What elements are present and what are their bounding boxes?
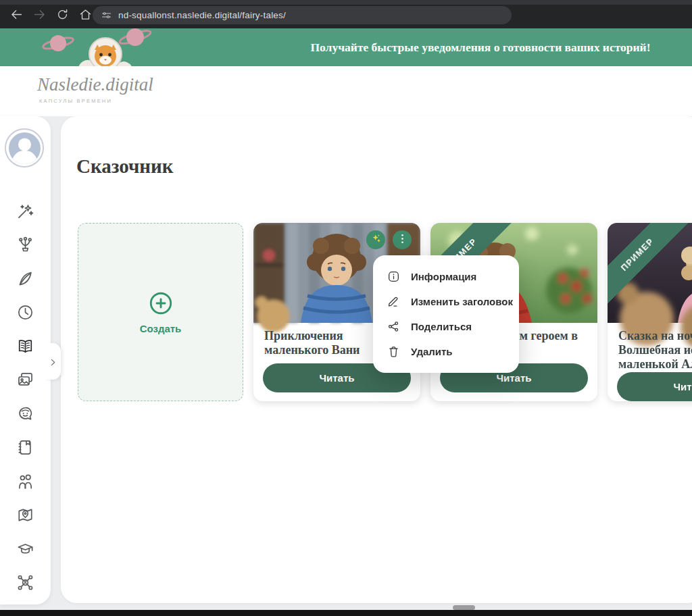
menu-item-delete[interactable]: Удалить	[373, 339, 519, 364]
avatar-image	[9, 132, 41, 164]
url-text: nd-squallonst.nasledie.digital/fairy-tal…	[118, 10, 286, 20]
story-card: ПРИМЕР Сказка на ночь. Волшебная история…	[608, 223, 692, 401]
edit-icon	[387, 294, 401, 309]
menu-item-share[interactable]: Поделиться	[373, 314, 519, 339]
create-story-card[interactable]: Создать	[78, 223, 243, 401]
chevron-right-icon	[49, 357, 57, 366]
menu-item-label: Информация	[411, 271, 476, 282]
plus-circle-icon	[148, 290, 174, 316]
dots-vertical-icon	[396, 232, 409, 248]
story-cover-girl-teddy	[608, 223, 692, 323]
card-actions	[366, 230, 412, 249]
sidebar-item-notebook[interactable]	[16, 438, 34, 457]
sidebar-item-family-tree[interactable]	[16, 236, 34, 254]
site-tagline: КАПСУЛЫ ВРЕМЕНИ	[39, 98, 112, 104]
browser-chrome: nd-squallonst.nasledie.digital/fairy-tal…	[0, 0, 692, 28]
create-label: Создать	[140, 323, 182, 334]
site-settings-icon[interactable]	[101, 9, 112, 21]
sidebar-item-feather[interactable]	[16, 270, 34, 288]
workspace: Сказочник Создать	[0, 116, 692, 610]
banner-message: Получайте быстрые уведомления о готовнос…	[277, 28, 684, 66]
sidebar-item-family[interactable]	[16, 472, 34, 490]
menu-item-info[interactable]: Информация	[373, 264, 519, 289]
sparkles-button[interactable]	[366, 230, 385, 249]
reload-icon[interactable]	[55, 7, 70, 22]
sidebar-item-open-book[interactable]	[16, 337, 34, 355]
sidebar	[0, 116, 51, 605]
dock-strip	[0, 610, 692, 616]
site-logo[interactable]: Nasledie.digital	[37, 74, 153, 95]
sidebar-item-clock[interactable]	[16, 303, 34, 322]
avatar[interactable]	[5, 128, 44, 168]
card-menu-button[interactable]	[393, 230, 412, 249]
read-button[interactable]: Читать	[617, 372, 692, 401]
card-context-menu: Информация Изменить заголовок Поделиться…	[373, 255, 519, 373]
back-icon[interactable]	[9, 7, 24, 22]
sidebar-item-graduation-cap[interactable]	[16, 540, 34, 558]
menu-item-label: Поделиться	[411, 321, 472, 332]
site-header: Nasledie.digital КАПСУЛЫ ВРЕМЕНИ	[0, 66, 692, 116]
sidebar-item-map-pin[interactable]	[16, 506, 34, 524]
menu-item-label: Изменить заголовок	[411, 296, 513, 307]
page-title: Сказочник	[76, 155, 173, 178]
info-icon	[387, 270, 401, 284]
sidebar-expander[interactable]	[45, 343, 61, 380]
sparkles-icon	[370, 232, 382, 248]
horizontal-scrollbar[interactable]	[453, 605, 475, 610]
astronaut-cat-illustration	[26, 28, 171, 66]
notification-banner[interactable]: Получайте быстрые уведомления о готовнос…	[0, 28, 692, 66]
menu-item-edit-title[interactable]: Изменить заголовок	[373, 289, 519, 314]
trash-icon	[387, 344, 401, 359]
sidebar-item-magic-wand[interactable]	[16, 202, 34, 220]
forward-icon[interactable]	[32, 7, 47, 22]
address-bar[interactable]: nd-squallonst.nasledie.digital/fairy-tal…	[93, 6, 512, 24]
sidebar-item-network[interactable]	[16, 573, 34, 592]
menu-item-label: Удалить	[411, 346, 453, 357]
sidebar-item-chat-face[interactable]	[16, 405, 34, 423]
share-icon	[387, 319, 401, 334]
browser-window: nd-squallonst.nasledie.digital/fairy-tal…	[0, 0, 692, 616]
story-title: Сказка на ночь. Волшебная история малень…	[608, 323, 692, 372]
home-icon[interactable]	[78, 7, 93, 22]
sidebar-item-photos[interactable]	[16, 371, 34, 389]
